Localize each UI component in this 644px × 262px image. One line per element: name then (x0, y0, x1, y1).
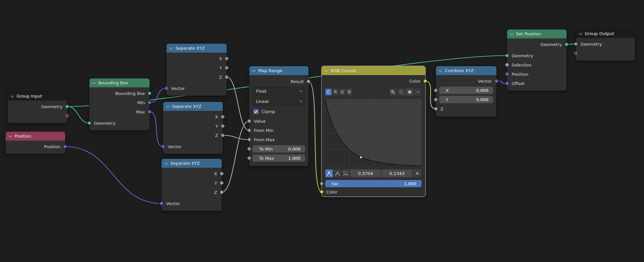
handle-auto-clamped-button[interactable] (342, 169, 349, 177)
collapse-chevron-icon[interactable] (166, 104, 169, 108)
selection-input-socket[interactable] (505, 63, 509, 67)
node-header[interactable]: RGB Curves (322, 66, 425, 75)
geometry-input-socket[interactable] (574, 42, 578, 46)
handle-vector-button[interactable] (334, 169, 341, 177)
interpolation-dropdown[interactable]: Linear (253, 97, 305, 106)
node-position[interactable]: Position Position (6, 132, 65, 154)
node-group-output[interactable]: Group Output Geometry (576, 29, 635, 61)
vector-input-socket[interactable] (164, 86, 169, 91)
node-header[interactable]: Group Output (576, 29, 635, 38)
x-input-socket[interactable] (434, 88, 438, 93)
x-field[interactable]: X 0.000 (439, 87, 493, 94)
node-header[interactable]: Position (6, 132, 65, 141)
collapse-chevron-icon[interactable] (510, 31, 513, 35)
x-output-socket[interactable] (220, 114, 225, 119)
to-max-field[interactable]: To Max 1.000 (253, 154, 305, 162)
position-input-socket[interactable] (505, 72, 509, 76)
node-header[interactable]: Set Position (507, 29, 567, 38)
node-bounding-box[interactable]: Bounding Box Bounding Box Min Max Geomet… (89, 78, 150, 130)
curve-tools-dropdown[interactable] (414, 88, 422, 96)
position-output-socket[interactable] (63, 144, 68, 149)
clamp-checkbox[interactable] (253, 109, 258, 114)
to-min-input-socket[interactable] (247, 147, 252, 151)
node-header[interactable]: Bounding Box (89, 78, 150, 87)
geometry-output-socket[interactable] (66, 105, 69, 109)
y-output-socket[interactable] (224, 66, 229, 70)
collapse-chevron-icon[interactable] (92, 80, 96, 84)
zoom-in-button[interactable] (389, 88, 397, 96)
node-header[interactable]: Map Range (249, 66, 308, 75)
result-output-socket[interactable] (306, 79, 311, 84)
channel-c-button[interactable]: C (325, 89, 332, 95)
node-editor-canvas[interactable]: Group Input Geometry Position Position B… (0, 0, 644, 262)
node-set-position[interactable]: Set Position Geometry Geometry Selection… (507, 29, 567, 91)
z-input-socket[interactable] (434, 107, 438, 111)
zoom-out-button[interactable] (397, 88, 405, 96)
fac-input-socket[interactable] (319, 181, 324, 186)
node-combine-xyz[interactable]: Combine XYZ Vector X 0.000 Y 0.000 Z (436, 66, 496, 117)
delete-point-button[interactable]: ✕ (413, 169, 422, 177)
z-output-socket[interactable] (220, 133, 225, 138)
y-output-socket[interactable] (219, 181, 224, 185)
virtual-socket[interactable] (66, 114, 69, 117)
input-row: To Max 1.000 (249, 153, 308, 163)
node-rgb-curves[interactable]: RGB Curves Color C R G B (322, 66, 425, 196)
from-min-input-socket[interactable] (247, 128, 252, 133)
bounding-box-output-socket[interactable] (148, 92, 152, 95)
node-header[interactable]: Separate XYZ (163, 102, 223, 111)
collapse-chevron-icon[interactable] (578, 31, 582, 35)
collapse-chevron-icon[interactable] (169, 46, 173, 49)
point-y-field[interactable]: 0.1343 (382, 169, 412, 177)
handle-auto-button[interactable] (325, 169, 333, 177)
min-output-socket[interactable] (148, 101, 152, 105)
socket-label: Geometry (94, 121, 115, 126)
node-header[interactable]: Separate XYZ (166, 44, 227, 53)
vector-output-socket[interactable] (494, 79, 499, 83)
input-row: Color (322, 187, 425, 196)
geometry-input-socket[interactable] (88, 121, 91, 125)
offset-input-socket[interactable] (505, 81, 509, 86)
node-header[interactable]: Combine XYZ (436, 66, 496, 75)
collapse-chevron-icon[interactable] (252, 68, 255, 72)
collapse-chevron-icon[interactable] (438, 68, 442, 72)
x-output-socket[interactable] (224, 56, 229, 61)
fac-slider[interactable]: Fac 1.000 (325, 180, 422, 187)
node-separate-xyz-2[interactable]: Separate XYZ X Y Z Vector (163, 102, 223, 154)
data-type-dropdown[interactable]: Float (253, 87, 305, 96)
vector-input-socket[interactable] (159, 201, 164, 206)
node-map-range[interactable]: Map Range Result Float Linear Clamp (249, 66, 308, 166)
geometry-output-socket[interactable] (565, 43, 569, 46)
geometry-input-socket[interactable] (505, 54, 509, 58)
channel-b-button[interactable]: B (346, 89, 352, 95)
color-input-socket[interactable] (319, 190, 324, 194)
point-x-field[interactable]: 0.3704 (350, 169, 381, 177)
to-min-field[interactable]: To Min 0.000 (253, 145, 305, 153)
vector-input-socket[interactable] (161, 144, 165, 149)
max-output-socket[interactable] (148, 110, 152, 114)
node-separate-xyz-1[interactable]: Separate XYZ X Y Z Vector (166, 44, 227, 96)
to-max-input-socket[interactable] (247, 156, 252, 160)
color-output-socket[interactable] (423, 79, 428, 83)
clipping-options-button[interactable] (406, 88, 413, 96)
node-header[interactable]: Separate XYZ (161, 159, 222, 168)
node-header[interactable]: Group Input (8, 92, 67, 101)
collapse-chevron-icon[interactable] (164, 161, 168, 164)
value-input-socket[interactable] (247, 119, 252, 123)
z-output-socket[interactable] (219, 190, 224, 195)
channel-r-button[interactable]: R (332, 89, 339, 95)
collapse-chevron-icon[interactable] (10, 94, 14, 97)
collapse-chevron-icon[interactable] (8, 134, 12, 137)
y-output-socket[interactable] (220, 124, 225, 128)
curve-control-point[interactable] (360, 156, 362, 158)
y-input-socket[interactable] (434, 97, 438, 102)
from-max-input-socket[interactable] (247, 137, 252, 142)
y-field[interactable]: Y 0.000 (439, 96, 493, 103)
z-output-socket[interactable] (224, 75, 229, 79)
virtual-socket[interactable] (575, 52, 577, 55)
node-group-input[interactable]: Group Input Geometry (8, 92, 67, 123)
x-output-socket[interactable] (219, 171, 224, 176)
node-separate-xyz-3[interactable]: Separate XYZ X Y Z Vector (161, 159, 222, 211)
channel-g-button[interactable]: G (339, 89, 345, 95)
curve-editor[interactable] (325, 99, 422, 166)
collapse-chevron-icon[interactable] (324, 68, 328, 72)
